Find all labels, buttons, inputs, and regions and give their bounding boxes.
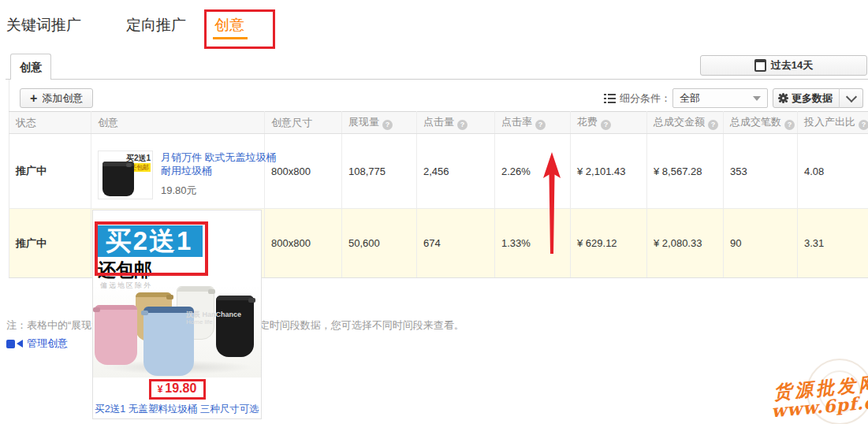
col-size: 创意尺寸 <box>265 112 342 134</box>
clicks-cell: 674 <box>417 209 495 278</box>
cost-cell: ¥ 2,101.43 <box>571 134 647 209</box>
col-ctr: 点击率? <box>495 112 571 134</box>
promo-banner: 买2送1 <box>95 225 203 257</box>
preview-price: ¥19.80 <box>93 381 261 397</box>
creative-report-screen: 关键词推广 定向推广 创意 创意 过去14天 + 添加创意 细分条件： 全部 更… <box>0 0 868 424</box>
table-header-row: 状态 创意 创意尺寸 展现量? 点击量? 点击率? 花费? 总成交金额? 总成交… <box>9 112 868 134</box>
add-creative-button[interactable]: + 添加创意 <box>20 88 93 108</box>
add-creative-label: 添加创意 <box>42 91 83 106</box>
date-range-button[interactable]: 过去14天 <box>700 55 867 76</box>
calendar-icon <box>754 59 766 72</box>
plus-icon: + <box>30 92 37 105</box>
orders-cell: 90 <box>724 209 798 278</box>
gmv-cell: ¥ 2,080.33 <box>647 209 724 278</box>
caret-down-icon <box>753 96 761 101</box>
status-cell: 推广中 <box>9 134 91 209</box>
size-cell: 800x800 <box>265 209 342 278</box>
status-cell: 推广中 <box>9 209 91 278</box>
panel-top-border <box>6 79 868 80</box>
col-roi: 投入产出比? <box>798 112 868 134</box>
gear-icon <box>780 95 787 102</box>
yuan-symbol: ¥ <box>158 384 163 395</box>
table-row: 推广中 买2送1 还包邮 月销万件 欧式无盖垃圾桶 耐用垃圾桶 <box>9 134 868 209</box>
help-icon[interactable]: ? <box>535 120 546 130</box>
filter-select[interactable]: 全部 <box>672 88 768 108</box>
filter-label: 细分条件： <box>620 91 671 106</box>
preview-title-link[interactable]: 买2送1 无盖塑料垃圾桶 三种尺寸可选 <box>93 403 261 416</box>
chevron-down-icon <box>845 91 856 102</box>
creative-preview-popup[interactable]: 买2送1 还包邮 偏远地区除外 汉辰 HanChance Home life ¥… <box>92 210 262 419</box>
impressions-cell: 108,775 <box>342 134 417 209</box>
sub-tab-creative[interactable]: 创意 <box>10 54 51 80</box>
col-clicks: 点击量? <box>417 112 495 134</box>
nav-tab-creative[interactable]: 创意 <box>214 15 244 35</box>
promo-disclaimer: 偏远地区除外 <box>100 281 152 291</box>
trashcan-graphic <box>102 162 134 196</box>
manage-creative-label: 管理创意 <box>27 337 68 351</box>
col-orders: 总成交笔数? <box>724 112 798 134</box>
col-creative: 创意 <box>91 112 265 134</box>
creative-title-link[interactable]: 月销万件 欧式无盖垃圾桶 耐用垃圾桶 <box>161 151 277 177</box>
manage-creative-link[interactable]: 管理创意 <box>6 337 68 351</box>
filter-selected-value: 全部 <box>680 91 700 106</box>
orders-cell: 353 <box>724 134 798 209</box>
creative-thumbnail[interactable]: 买2送1 还包邮 <box>98 151 153 199</box>
nav-tab-keyword-promotion[interactable]: 关键词推广 <box>6 15 81 35</box>
ctr-cell: 1.33% <box>495 209 571 278</box>
help-icon[interactable]: ? <box>784 120 795 130</box>
creative-preview-image: 买2送1 还包邮 偏远地区除外 汉辰 HanChance Home life <box>93 210 261 378</box>
help-icon[interactable]: ? <box>708 120 718 130</box>
video-manage-icon <box>6 340 23 348</box>
active-tab-underline <box>213 37 248 39</box>
filter-list-icon <box>604 94 616 103</box>
help-icon[interactable]: ? <box>859 120 868 130</box>
creative-cell: 买2送1 还包邮 月销万件 欧式无盖垃圾桶 耐用垃圾桶 19.80元 <box>91 134 265 209</box>
panel-left-border <box>9 80 9 112</box>
col-gmv: 总成交金额? <box>647 112 724 134</box>
trashcan-pink <box>95 305 137 365</box>
trashcan-black <box>216 296 254 357</box>
col-impressions: 展现量? <box>342 112 417 134</box>
more-data-button[interactable]: 更多数据 <box>773 88 840 108</box>
col-cost: 花费? <box>571 112 647 134</box>
cost-cell: ¥ 629.12 <box>571 209 647 278</box>
col-status: 状态 <box>9 112 91 134</box>
creative-price: 19.80元 <box>161 184 277 198</box>
ctr-cell: 2.26% <box>495 134 571 209</box>
more-data-label: 更多数据 <box>792 91 833 106</box>
more-data-dropdown-button[interactable] <box>839 88 863 108</box>
promo-subtext: 还包邮 <box>98 258 152 282</box>
roi-cell: 4.08 <box>798 134 868 209</box>
date-range-label: 过去14天 <box>771 58 813 73</box>
help-icon[interactable]: ? <box>382 120 393 130</box>
brand-watermark: 汉辰 HanChance Home life <box>186 311 241 325</box>
help-icon[interactable]: ? <box>601 120 611 130</box>
impressions-cell: 50,600 <box>342 209 417 278</box>
clicks-cell: 2,456 <box>417 134 495 209</box>
help-icon[interactable]: ? <box>457 120 468 130</box>
roi-cell: 3.31 <box>798 209 868 278</box>
nav-tab-targeted-promotion[interactable]: 定向推广 <box>126 15 186 35</box>
gmv-cell: ¥ 8,567.28 <box>647 134 724 209</box>
